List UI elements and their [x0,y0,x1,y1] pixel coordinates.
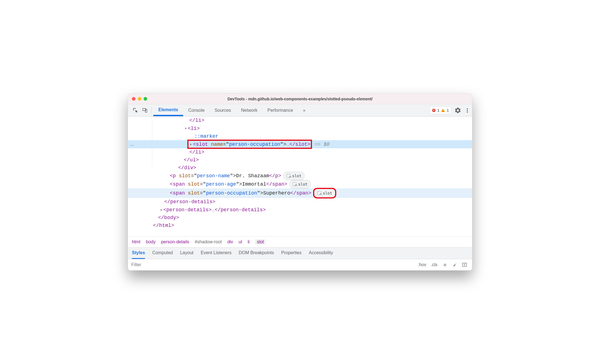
svg-point-3 [467,110,468,111]
stab-accessibility[interactable]: Accessibility [309,247,333,259]
titlebar: DevTools - mdn.github.io/web-components-… [128,94,472,104]
tree-line-close-div[interactable]: </div> [128,164,472,172]
new-style-rule-icon[interactable]: ＋ [442,261,448,269]
main-toolbar: Elements Console Sources Network Perform… [128,104,472,117]
tab-elements[interactable]: Elements [153,104,183,116]
zoom-window-button[interactable] [144,97,147,101]
close-window-button[interactable] [132,97,136,101]
tree-line-person-details-2[interactable]: <person-details> … </person-details> [128,206,472,214]
breadcrumb: html body person-details #shadow-root di… [128,236,472,247]
issue-counter[interactable]: ✕ 1 1 [430,106,451,114]
tabs-overflow[interactable]: » [298,104,311,116]
tree-line-open-li[interactable]: <li> [128,124,472,132]
tree-line-span-person-occupation[interactable]: <span slot =" person-occupation "> Super… [128,188,472,198]
inspect-element-icon[interactable] [131,104,140,116]
tree-line-close-html[interactable]: </html> [128,222,472,229]
devtools-window: DevTools - mdn.github.io/web-components-… [128,93,472,271]
reveal-icon [287,174,291,178]
expand-toggle-icon[interactable] [184,124,188,132]
stab-dom-breakpoints[interactable]: DOM Breakpoints [239,247,274,259]
elements-tree[interactable]: </li> <li> ::marker … <slot name =" pers… [128,117,472,236]
kebab-menu-icon[interactable] [463,104,472,116]
crumb-html[interactable]: html [132,239,140,244]
expand-toggle-icon[interactable] [159,206,163,214]
svg-point-4 [467,111,468,113]
slot-reveal-pill[interactable]: slot [314,188,336,198]
reveal-icon [292,182,296,186]
highlight-slot-element: <slot name =" person-occupation "> … </s… [188,140,311,148]
tree-line-close-li2[interactable]: </li> [128,148,472,156]
tree-line-marker[interactable]: ::marker [128,132,472,140]
slot-reveal-pill[interactable]: slot [284,172,305,180]
settings-gear-icon[interactable] [453,104,463,116]
paint-brush-icon[interactable] [453,262,458,267]
svg-point-2 [467,108,468,109]
reveal-icon [317,191,321,195]
svg-rect-5 [463,263,466,266]
computed-pane-toggle-icon[interactable] [462,262,467,267]
overflow-dots-icon: … [128,141,134,147]
crumb-div[interactable]: div [227,239,233,244]
styles-filter-bar: :hov .cls ＋ [128,259,472,270]
tree-line-close-person-details[interactable]: </person-details> [128,198,472,206]
tree-line-span-person-age[interactable]: <span slot =" person-age "> Immortal </s… [128,180,472,188]
minimize-window-button[interactable] [138,97,141,101]
tab-console[interactable]: Console [183,104,210,116]
toggle-class-panel[interactable]: .cls [431,262,437,267]
crumb-person-details[interactable]: person-details [161,239,189,244]
line-actions[interactable]: … [128,140,145,148]
stab-event-listeners[interactable]: Event Listeners [201,247,231,259]
warning-icon [441,109,445,112]
device-toolbar-icon[interactable] [140,104,150,116]
styles-filter-input[interactable] [131,262,416,268]
stab-computed[interactable]: Computed [152,247,173,259]
tab-performance[interactable]: Performance [262,104,298,116]
tab-network[interactable]: Network [236,104,263,116]
tab-sources[interactable]: Sources [210,104,236,116]
crumb-body[interactable]: body [146,239,156,244]
crumb-slot[interactable]: slot [255,239,265,244]
panel-tabs: Elements Console Sources Network Perform… [153,104,311,116]
crumb-shadow-root[interactable]: #shadow-root [195,239,222,244]
tree-line-close-li[interactable]: </li> [128,117,472,124]
styles-pane-tabs: Styles Computed Layout Event Listeners D… [128,247,472,259]
stab-styles[interactable]: Styles [132,247,145,259]
stab-properties[interactable]: Properties [281,247,302,259]
stab-layout[interactable]: Layout [180,247,193,259]
tree-line-slot-selected[interactable]: … <slot name =" person-occupation "> … <… [128,140,472,148]
warning-count: 1 [447,108,449,113]
error-icon: ✕ [432,109,436,112]
toggle-hover-state[interactable]: :hov [418,262,426,267]
crumb-li[interactable]: li [248,239,250,244]
error-count: 1 [437,108,439,113]
expand-toggle-icon[interactable] [189,140,193,148]
window-controls [132,97,147,101]
tree-line-p-person-name[interactable]: <p slot =" person-name "> Dr. Shazaam </… [128,172,472,180]
tree-line-close-ul[interactable]: </ul> [128,156,472,164]
window-title: DevTools - mdn.github.io/web-components-… [128,97,472,101]
slot-reveal-pill[interactable]: slot [289,180,311,188]
crumb-ul[interactable]: ul [239,239,242,244]
tree-line-close-body[interactable]: </body> [128,214,472,222]
